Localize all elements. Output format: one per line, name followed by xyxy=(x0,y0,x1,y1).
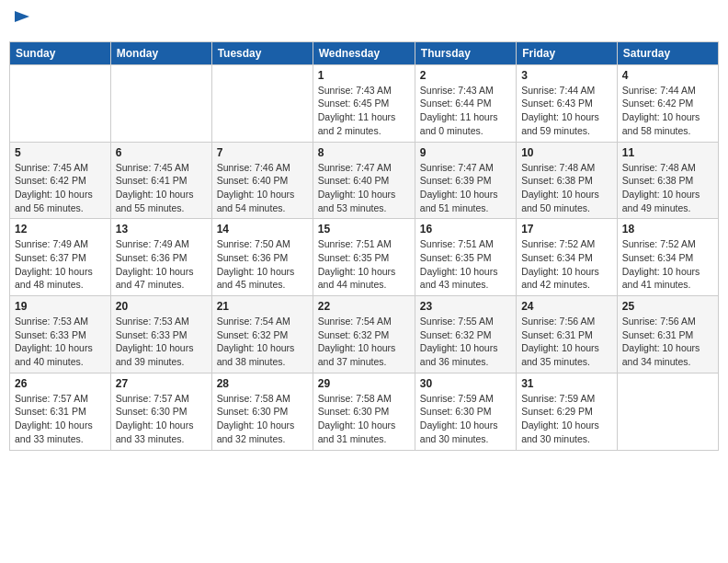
day-info: Sunrise: 7:45 AM Sunset: 6:41 PM Dayligh… xyxy=(116,161,207,215)
day-number: 24 xyxy=(521,300,612,313)
calendar-cell: 14Sunrise: 7:50 AM Sunset: 6:36 PM Dayli… xyxy=(211,219,313,296)
calendar-cell: 27Sunrise: 7:57 AM Sunset: 6:30 PM Dayli… xyxy=(110,373,211,450)
day-info: Sunrise: 7:47 AM Sunset: 6:40 PM Dayligh… xyxy=(318,161,410,215)
calendar-week-row: 5Sunrise: 7:45 AM Sunset: 6:42 PM Daylig… xyxy=(10,142,719,219)
logo-flag-icon xyxy=(11,9,33,31)
day-info: Sunrise: 7:51 AM Sunset: 6:35 PM Dayligh… xyxy=(318,237,410,292)
day-number: 8 xyxy=(318,146,410,159)
day-info: Sunrise: 7:43 AM Sunset: 6:44 PM Dayligh… xyxy=(420,84,511,138)
weekday-header-saturday: Saturday xyxy=(617,41,718,64)
day-number: 4 xyxy=(622,69,713,82)
weekday-header-monday: Monday xyxy=(110,41,211,64)
svg-marker-0 xyxy=(15,11,29,22)
calendar-cell: 29Sunrise: 7:58 AM Sunset: 6:30 PM Dayli… xyxy=(313,373,415,450)
day-number: 5 xyxy=(15,146,106,159)
page-header xyxy=(9,9,719,36)
calendar-cell: 2Sunrise: 7:43 AM Sunset: 6:44 PM Daylig… xyxy=(415,64,516,142)
day-info: Sunrise: 7:58 AM Sunset: 6:30 PM Dayligh… xyxy=(217,392,308,446)
day-number: 1 xyxy=(318,69,410,82)
day-info: Sunrise: 7:56 AM Sunset: 6:31 PM Dayligh… xyxy=(521,315,612,369)
calendar-cell: 21Sunrise: 7:54 AM Sunset: 6:32 PM Dayli… xyxy=(211,296,313,373)
day-info: Sunrise: 7:46 AM Sunset: 6:40 PM Dayligh… xyxy=(217,161,308,215)
day-info: Sunrise: 7:48 AM Sunset: 6:38 PM Dayligh… xyxy=(622,161,713,215)
weekday-header-thursday: Thursday xyxy=(415,41,516,64)
calendar-week-row: 1Sunrise: 7:43 AM Sunset: 6:45 PM Daylig… xyxy=(10,64,719,142)
day-info: Sunrise: 7:53 AM Sunset: 6:33 PM Dayligh… xyxy=(15,315,106,369)
calendar-cell: 30Sunrise: 7:59 AM Sunset: 6:30 PM Dayli… xyxy=(415,373,516,450)
calendar-cell: 25Sunrise: 7:56 AM Sunset: 6:31 PM Dayli… xyxy=(617,296,718,373)
day-info: Sunrise: 7:43 AM Sunset: 6:45 PM Dayligh… xyxy=(318,84,410,138)
day-info: Sunrise: 7:44 AM Sunset: 6:43 PM Dayligh… xyxy=(521,84,612,138)
calendar-cell: 23Sunrise: 7:55 AM Sunset: 6:32 PM Dayli… xyxy=(415,296,516,373)
calendar-cell: 31Sunrise: 7:59 AM Sunset: 6:29 PM Dayli… xyxy=(517,373,618,450)
logo xyxy=(9,9,33,36)
day-info: Sunrise: 7:57 AM Sunset: 6:30 PM Dayligh… xyxy=(116,392,207,446)
day-number: 15 xyxy=(318,223,410,236)
weekday-header-friday: Friday xyxy=(517,41,618,64)
calendar-cell: 11Sunrise: 7:48 AM Sunset: 6:38 PM Dayli… xyxy=(617,142,718,219)
calendar-cell: 6Sunrise: 7:45 AM Sunset: 6:41 PM Daylig… xyxy=(110,142,211,219)
calendar-cell: 12Sunrise: 7:49 AM Sunset: 6:37 PM Dayli… xyxy=(10,219,111,296)
calendar-cell: 28Sunrise: 7:58 AM Sunset: 6:30 PM Dayli… xyxy=(211,373,313,450)
calendar-cell: 7Sunrise: 7:46 AM Sunset: 6:40 PM Daylig… xyxy=(211,142,313,219)
day-info: Sunrise: 7:59 AM Sunset: 6:30 PM Dayligh… xyxy=(420,392,511,446)
day-number: 20 xyxy=(116,300,207,313)
day-info: Sunrise: 7:54 AM Sunset: 6:32 PM Dayligh… xyxy=(217,315,308,369)
day-info: Sunrise: 7:54 AM Sunset: 6:32 PM Dayligh… xyxy=(318,315,410,369)
day-number: 25 xyxy=(622,300,713,313)
calendar-cell: 15Sunrise: 7:51 AM Sunset: 6:35 PM Dayli… xyxy=(313,219,415,296)
day-info: Sunrise: 7:52 AM Sunset: 6:34 PM Dayligh… xyxy=(622,237,713,292)
day-number: 16 xyxy=(420,223,511,236)
day-info: Sunrise: 7:58 AM Sunset: 6:30 PM Dayligh… xyxy=(318,392,410,446)
calendar-cell: 17Sunrise: 7:52 AM Sunset: 6:34 PM Dayli… xyxy=(517,219,618,296)
day-info: Sunrise: 7:49 AM Sunset: 6:37 PM Dayligh… xyxy=(15,237,106,292)
day-info: Sunrise: 7:52 AM Sunset: 6:34 PM Dayligh… xyxy=(521,237,612,292)
day-number: 13 xyxy=(116,223,207,236)
calendar-cell xyxy=(211,64,313,142)
day-number: 31 xyxy=(521,377,612,390)
day-number: 22 xyxy=(318,300,410,313)
calendar-header-row: SundayMondayTuesdayWednesdayThursdayFrid… xyxy=(10,41,719,64)
calendar-cell: 26Sunrise: 7:57 AM Sunset: 6:31 PM Dayli… xyxy=(10,373,111,450)
day-number: 10 xyxy=(521,146,612,159)
calendar-week-row: 26Sunrise: 7:57 AM Sunset: 6:31 PM Dayli… xyxy=(10,373,719,450)
day-info: Sunrise: 7:56 AM Sunset: 6:31 PM Dayligh… xyxy=(622,315,713,369)
calendar-week-row: 12Sunrise: 7:49 AM Sunset: 6:37 PM Dayli… xyxy=(10,219,719,296)
day-info: Sunrise: 7:50 AM Sunset: 6:36 PM Dayligh… xyxy=(217,237,308,292)
day-info: Sunrise: 7:48 AM Sunset: 6:38 PM Dayligh… xyxy=(521,161,612,215)
day-info: Sunrise: 7:47 AM Sunset: 6:39 PM Dayligh… xyxy=(420,161,511,215)
day-number: 3 xyxy=(521,69,612,82)
calendar-cell: 3Sunrise: 7:44 AM Sunset: 6:43 PM Daylig… xyxy=(517,64,618,142)
day-number: 23 xyxy=(420,300,511,313)
calendar-cell xyxy=(617,373,718,450)
day-number: 26 xyxy=(15,377,106,390)
day-number: 21 xyxy=(217,300,308,313)
day-number: 14 xyxy=(217,223,308,236)
day-info: Sunrise: 7:49 AM Sunset: 6:36 PM Dayligh… xyxy=(116,237,207,292)
day-info: Sunrise: 7:57 AM Sunset: 6:31 PM Dayligh… xyxy=(15,392,106,446)
day-number: 7 xyxy=(217,146,308,159)
calendar-cell: 20Sunrise: 7:53 AM Sunset: 6:33 PM Dayli… xyxy=(110,296,211,373)
day-info: Sunrise: 7:55 AM Sunset: 6:32 PM Dayligh… xyxy=(420,315,511,369)
calendar-cell: 9Sunrise: 7:47 AM Sunset: 6:39 PM Daylig… xyxy=(415,142,516,219)
calendar-cell: 19Sunrise: 7:53 AM Sunset: 6:33 PM Dayli… xyxy=(10,296,111,373)
calendar-cell: 5Sunrise: 7:45 AM Sunset: 6:42 PM Daylig… xyxy=(10,142,111,219)
calendar-cell: 18Sunrise: 7:52 AM Sunset: 6:34 PM Dayli… xyxy=(617,219,718,296)
calendar-cell: 1Sunrise: 7:43 AM Sunset: 6:45 PM Daylig… xyxy=(313,64,415,142)
weekday-header-sunday: Sunday xyxy=(10,41,111,64)
day-number: 9 xyxy=(420,146,511,159)
day-number: 11 xyxy=(622,146,713,159)
day-number: 30 xyxy=(420,377,511,390)
day-number: 28 xyxy=(217,377,308,390)
calendar-cell: 24Sunrise: 7:56 AM Sunset: 6:31 PM Dayli… xyxy=(517,296,618,373)
calendar-cell xyxy=(110,64,211,142)
weekday-header-wednesday: Wednesday xyxy=(313,41,415,64)
day-info: Sunrise: 7:51 AM Sunset: 6:35 PM Dayligh… xyxy=(420,237,511,292)
calendar-cell: 4Sunrise: 7:44 AM Sunset: 6:42 PM Daylig… xyxy=(617,64,718,142)
day-info: Sunrise: 7:59 AM Sunset: 6:29 PM Dayligh… xyxy=(521,392,612,446)
calendar-cell: 22Sunrise: 7:54 AM Sunset: 6:32 PM Dayli… xyxy=(313,296,415,373)
day-info: Sunrise: 7:45 AM Sunset: 6:42 PM Dayligh… xyxy=(15,161,106,215)
day-number: 19 xyxy=(15,300,106,313)
day-number: 27 xyxy=(116,377,207,390)
day-number: 2 xyxy=(420,69,511,82)
